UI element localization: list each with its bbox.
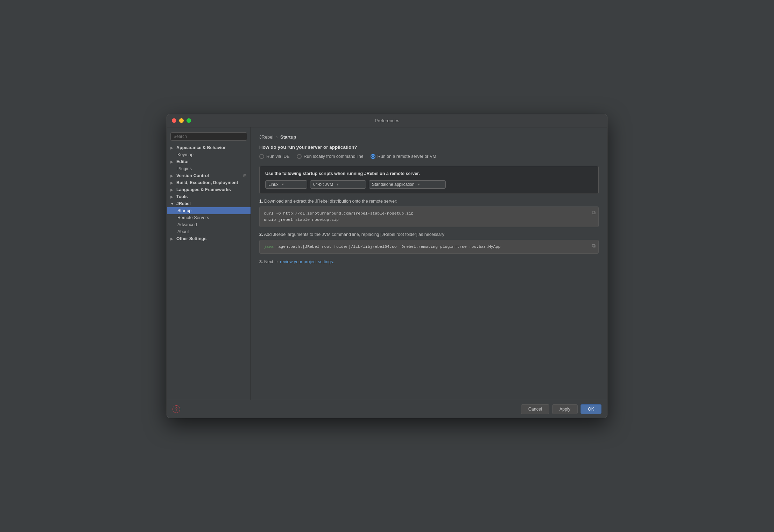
step2-code-rest: -agentpath:[JRebel root folder]/lib/libj… bbox=[274, 244, 501, 249]
arrow-icon: ▶ bbox=[170, 195, 175, 199]
chevron-down-icon: ▼ bbox=[281, 183, 284, 186]
sidebar: ▶ Appearance & Behavior Keymap ▶ Editor … bbox=[167, 127, 251, 400]
help-button[interactable]: ? bbox=[173, 405, 180, 413]
step2-code-block: java -agentpath:[JRebel root folder]/lib… bbox=[259, 240, 599, 254]
startup-box: Use the following startup scripts when r… bbox=[259, 166, 599, 194]
sidebar-item-about[interactable]: About bbox=[167, 228, 251, 235]
step1-label: 1. Download and extract the JRebel distr… bbox=[259, 199, 599, 204]
arrow-icon: ▶ bbox=[170, 188, 175, 192]
chevron-down-icon: ▼ bbox=[417, 183, 420, 186]
step2-label: 2. Add JRebel arguments to the JVM comma… bbox=[259, 232, 599, 237]
sidebar-item-remote-servers[interactable]: Remote Servers bbox=[167, 214, 251, 221]
review-settings-link[interactable]: review your project settings. bbox=[280, 259, 334, 264]
step1-code-block: curl -O http://dl.zeroturnaround.com/jre… bbox=[259, 206, 599, 227]
sidebar-item-keymap[interactable]: Keymap bbox=[167, 151, 251, 158]
radio-circle-remote bbox=[371, 154, 375, 159]
sidebar-item-other[interactable]: ▶ Other Settings bbox=[167, 235, 251, 242]
arrow-icon: ▶ bbox=[170, 181, 175, 185]
section-question: How do you run your server or applicatio… bbox=[259, 145, 599, 150]
content-area: ▶ Appearance & Behavior Keymap ▶ Editor … bbox=[167, 127, 607, 400]
sidebar-item-vcs[interactable]: ▶ Version Control ⊞ bbox=[167, 172, 251, 179]
arrow-icon: ▼ bbox=[170, 202, 175, 206]
footer-left: ? bbox=[173, 405, 180, 413]
breadcrumb-current: Startup bbox=[280, 134, 296, 140]
titlebar: Preferences bbox=[167, 114, 607, 127]
chevron-down-icon: ▼ bbox=[336, 183, 339, 186]
breadcrumb: JRebel › Startup bbox=[259, 134, 599, 140]
footer-buttons: Cancel Apply OK bbox=[521, 404, 601, 414]
step3-container: 3. Next → review your project settings. bbox=[259, 259, 599, 264]
ok-button[interactable]: OK bbox=[580, 404, 601, 414]
preferences-window: Preferences ▶ Appearance & Behavior Keym… bbox=[167, 114, 607, 418]
sidebar-item-plugins[interactable]: Plugins bbox=[167, 165, 251, 172]
sidebar-item-startup[interactable]: Startup bbox=[167, 207, 251, 214]
radio-circle-via-ide bbox=[259, 154, 264, 159]
breadcrumb-root: JRebel bbox=[259, 134, 273, 140]
search-container bbox=[167, 130, 251, 144]
java-keyword: java bbox=[264, 244, 274, 249]
main-panel: JRebel › Startup How do you run your ser… bbox=[251, 127, 607, 400]
footer: ? Cancel Apply OK bbox=[167, 400, 607, 418]
arrow-icon: ▶ bbox=[170, 174, 175, 178]
startup-box-title: Use the following startup scripts when r… bbox=[265, 171, 593, 176]
close-button[interactable] bbox=[172, 118, 176, 123]
breadcrumb-separator: › bbox=[276, 134, 277, 140]
apply-button[interactable]: Apply bbox=[552, 404, 578, 414]
window-title: Preferences bbox=[375, 118, 399, 123]
radio-circle-locally bbox=[297, 154, 302, 159]
sidebar-item-jrebel[interactable]: ▼ JRebel bbox=[167, 200, 251, 207]
step1-code-line1: curl -O http://dl.zeroturnaround.com/jre… bbox=[264, 210, 594, 217]
arrow-icon: ▶ bbox=[170, 146, 175, 150]
arrow-icon: ▶ bbox=[170, 160, 175, 164]
jvm-dropdown[interactable]: 64-bit JVM ▼ bbox=[310, 180, 366, 189]
vcs-icon: ⊞ bbox=[243, 174, 246, 178]
os-dropdown[interactable]: Linux ▼ bbox=[265, 180, 307, 189]
sidebar-item-languages[interactable]: ▶ Languages & Frameworks bbox=[167, 186, 251, 193]
window-controls bbox=[172, 118, 191, 123]
search-input[interactable] bbox=[170, 132, 247, 141]
minimize-button[interactable] bbox=[179, 118, 184, 123]
copy-icon[interactable]: ⧉ bbox=[592, 242, 596, 250]
arrow-icon: ▶ bbox=[170, 237, 175, 241]
cancel-button[interactable]: Cancel bbox=[521, 404, 549, 414]
radio-locally[interactable]: Run locally from command line bbox=[297, 154, 364, 159]
step3-next-text: Next → bbox=[264, 259, 279, 264]
sidebar-item-tools[interactable]: ▶ Tools bbox=[167, 193, 251, 200]
sidebar-item-editor[interactable]: ▶ Editor bbox=[167, 158, 251, 165]
step1-code-line2: unzip jrebel-stable-nosetup.zip bbox=[264, 217, 594, 223]
dropdowns-row: Linux ▼ 64-bit JVM ▼ Standalone applicat… bbox=[265, 180, 593, 189]
maximize-button[interactable] bbox=[187, 118, 191, 123]
radio-via-ide[interactable]: Run via IDE bbox=[259, 154, 290, 159]
copy-icon[interactable]: ⧉ bbox=[592, 209, 596, 217]
radio-group: Run via IDE Run locally from command lin… bbox=[259, 154, 599, 159]
sidebar-item-build[interactable]: ▶ Build, Execution, Deployment bbox=[167, 179, 251, 186]
sidebar-item-advanced[interactable]: Advanced bbox=[167, 221, 251, 228]
radio-remote[interactable]: Run on a remote server or VM bbox=[371, 154, 436, 159]
app-type-dropdown[interactable]: Standalone application ▼ bbox=[369, 180, 446, 189]
sidebar-item-appearance[interactable]: ▶ Appearance & Behavior bbox=[167, 144, 251, 151]
